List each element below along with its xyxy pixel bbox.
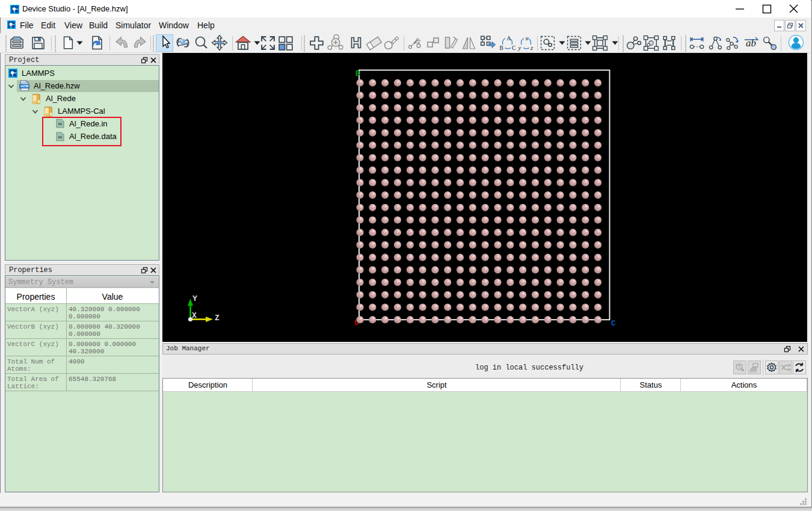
- svg-text:C: C: [512, 45, 515, 51]
- svg-text:B: B: [355, 70, 360, 78]
- svg-text:HZW: HZW: [20, 84, 29, 88]
- svg-text:z: z: [530, 44, 534, 51]
- svg-text:C: C: [611, 320, 615, 328]
- svg-text:Y: Y: [192, 294, 197, 303]
- svg-text:B: B: [500, 45, 503, 51]
- svg-text:x: x: [524, 34, 528, 42]
- svg-text:A: A: [506, 35, 511, 42]
- svg-text:y: y: [518, 44, 521, 51]
- svg-text:Z: Z: [215, 314, 220, 323]
- svg-text:X: X: [192, 311, 197, 320]
